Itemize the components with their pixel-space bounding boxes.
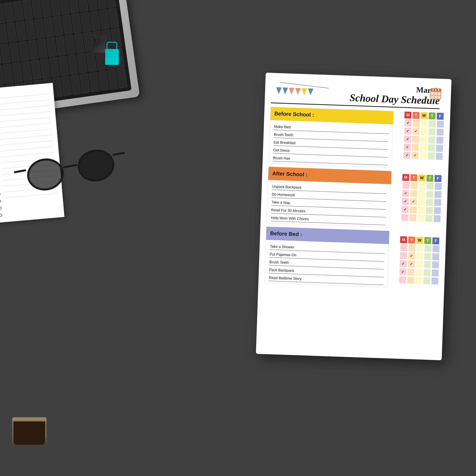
check-row (391, 276, 439, 285)
check-cell[interactable] (401, 214, 408, 221)
before-bed-tasks: Take a Shower Put Pajamas On Brush Teeth… (264, 240, 389, 288)
check-cell[interactable] (427, 153, 435, 160)
cal-ring (435, 89, 436, 91)
key (68, 0, 79, 13)
check-cell[interactable] (424, 261, 431, 268)
check-cell[interactable] (426, 183, 434, 190)
check-cell[interactable] (410, 198, 417, 205)
check-cell[interactable] (408, 260, 415, 268)
check-cell[interactable] (426, 207, 433, 214)
check-cell[interactable] (421, 128, 427, 135)
check-cell[interactable] (434, 207, 441, 214)
check-cell[interactable] (416, 269, 423, 276)
key (52, 16, 64, 36)
check-cell[interactable] (399, 268, 407, 275)
check-cell[interactable] (424, 253, 431, 260)
check-cell[interactable] (415, 277, 423, 284)
check-cell[interactable] (428, 128, 436, 136)
check-cell[interactable] (419, 182, 425, 189)
check-cell[interactable] (420, 152, 426, 159)
check-cell[interactable] (424, 269, 431, 276)
key (34, 18, 45, 39)
check-cell[interactable] (402, 206, 409, 213)
check-cell[interactable] (412, 144, 419, 151)
check-cell[interactable] (425, 245, 431, 252)
check-cell[interactable] (426, 199, 433, 206)
check-cell[interactable] (436, 145, 443, 152)
check-cell[interactable] (404, 144, 411, 151)
section-gap (392, 231, 440, 236)
check-cell[interactable] (409, 214, 416, 221)
key (55, 36, 66, 56)
check-cell[interactable] (420, 136, 427, 143)
check-cell[interactable] (434, 199, 441, 206)
check-cell[interactable] (408, 253, 415, 259)
check-cell[interactable] (436, 137, 443, 144)
check-cell[interactable] (404, 127, 411, 135)
check-row (396, 119, 444, 128)
check-cell[interactable] (417, 215, 425, 221)
before-school-day-headers: M T W T F (396, 111, 444, 120)
check-cell[interactable] (404, 136, 411, 143)
check-cell[interactable] (402, 190, 409, 197)
after-school-check-rows (392, 182, 442, 230)
check-cell[interactable] (410, 182, 418, 189)
check-cell[interactable] (432, 245, 440, 253)
check-cell[interactable] (416, 261, 423, 268)
check-cell[interactable] (433, 215, 441, 222)
check-cell[interactable] (437, 120, 444, 128)
check-cell[interactable] (429, 120, 436, 127)
check-cell[interactable] (416, 245, 424, 252)
check-cell[interactable] (435, 183, 442, 190)
key (65, 34, 76, 55)
check-cell[interactable] (436, 153, 443, 160)
check-cell[interactable] (418, 206, 425, 214)
check-cell[interactable] (432, 254, 439, 260)
key (43, 17, 54, 37)
check-cell[interactable] (413, 119, 420, 127)
check-cell[interactable] (400, 252, 407, 259)
key (6, 22, 17, 42)
check-row (391, 260, 439, 269)
check-cell[interactable] (426, 191, 433, 198)
key (74, 33, 85, 53)
key (16, 21, 27, 41)
check-cell[interactable] (412, 136, 419, 143)
cal-ring (438, 89, 439, 91)
check-cell[interactable] (424, 277, 430, 284)
key (21, 61, 32, 81)
check-cell[interactable] (407, 277, 414, 284)
key (99, 9, 110, 29)
day-header-t2: T (428, 113, 436, 119)
check-cell[interactable] (421, 120, 428, 127)
check-cell[interactable] (402, 182, 409, 189)
check-cell[interactable] (408, 269, 415, 276)
check-cell[interactable] (425, 215, 432, 222)
check-cell[interactable] (432, 269, 439, 276)
check-cell[interactable] (416, 253, 423, 260)
check-cell[interactable] (437, 129, 444, 136)
check-cell[interactable] (399, 276, 406, 284)
check-cell[interactable] (402, 198, 409, 205)
check-cell[interactable] (432, 261, 439, 268)
check-cell[interactable] (403, 152, 410, 159)
check-cell[interactable] (431, 277, 439, 285)
check-cell[interactable] (428, 145, 435, 152)
check-cell[interactable] (405, 119, 412, 126)
check-row (394, 182, 442, 190)
check-cell[interactable] (412, 128, 420, 135)
check-cell[interactable] (410, 190, 417, 197)
check-cell[interactable] (410, 206, 417, 213)
check-cell[interactable] (411, 152, 419, 159)
checklist-column: M T W T F (390, 111, 444, 292)
tasks-column: Before School : Make Bed Brush Teeth Eat… (264, 107, 393, 291)
check-cell[interactable] (400, 244, 407, 251)
check-cell[interactable] (400, 260, 407, 267)
check-cell[interactable] (420, 144, 427, 151)
check-cell[interactable] (434, 191, 442, 198)
key (68, 54, 79, 75)
check-cell[interactable] (428, 136, 435, 144)
check-cell[interactable] (418, 190, 425, 197)
check-cell[interactable] (408, 244, 415, 252)
check-cell[interactable] (418, 198, 425, 205)
